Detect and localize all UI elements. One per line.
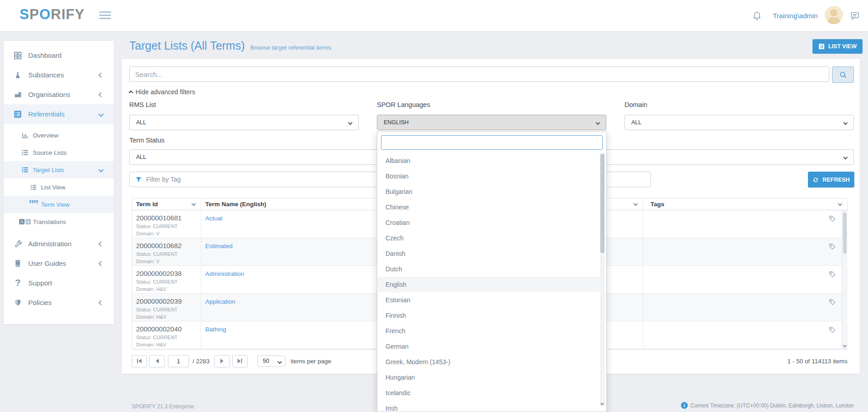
term-status: Status: CURRENT: [136, 279, 197, 285]
language-dropdown-panel: Albanian Bosnian Bulgarian Chinese Croat…: [377, 132, 607, 412]
column-label: Term Id: [136, 201, 158, 208]
feedback-chat-icon[interactable]: [850, 11, 860, 20]
first-page-button[interactable]: [132, 355, 147, 367]
spor-languages-select[interactable]: ENGLISH: [377, 115, 606, 130]
sidebar-item-target-lists[interactable]: Target Lists: [4, 161, 114, 178]
pagination: / 2283 50 items per page: [132, 355, 331, 367]
table-scrollbar-thumb[interactable]: [843, 213, 847, 254]
search-button[interactable]: [832, 66, 854, 83]
list-icon: [21, 149, 29, 156]
sidebar-item-administration[interactable]: Administration: [4, 234, 114, 254]
previous-page-button[interactable]: [149, 355, 165, 367]
next-page-button[interactable]: [214, 355, 230, 367]
column-header-term-id[interactable]: Term Id: [132, 198, 201, 210]
language-options-list: Albanian Bosnian Bulgarian Chinese Croat…: [378, 153, 600, 412]
language-option[interactable]: Estonian: [378, 292, 600, 308]
sidebar-item-user-guides[interactable]: User Guides: [4, 254, 114, 273]
language-option[interactable]: Czech: [378, 230, 600, 246]
menu-toggle-icon[interactable]: [99, 11, 111, 20]
language-option[interactable]: Irish: [378, 401, 600, 412]
refresh-button[interactable]: REFRESH: [808, 172, 854, 188]
term-domain: Domain: H&V: [136, 342, 197, 347]
sidebar-item-term-view[interactable]: ”” Term View: [4, 196, 114, 213]
scroll-down-icon[interactable]: [843, 344, 847, 347]
language-option[interactable]: Bulgarian: [378, 184, 600, 199]
items-per-page-select[interactable]: 50: [257, 356, 285, 367]
language-option[interactable]: German: [378, 339, 600, 354]
language-option[interactable]: Bosnian: [378, 168, 600, 184]
sidebar-item-referentials[interactable]: Referentials: [4, 104, 114, 124]
search-input[interactable]: [129, 66, 829, 82]
tag-icon[interactable]: [828, 215, 836, 223]
logo-part: S: [20, 6, 30, 22]
column-label: Term Name (English): [205, 201, 266, 208]
term-link[interactable]: Bathing: [205, 326, 226, 333]
sidebar-item-source-lists[interactable]: Source Lists: [4, 144, 114, 161]
hide-advanced-filters-link[interactable]: Hide advanced filters: [129, 88, 195, 96]
sidebar-item-list-view[interactable]: List View: [4, 178, 114, 196]
list-icon: [21, 166, 29, 173]
language-option[interactable]: French: [378, 323, 600, 339]
language-option[interactable]: Hungarian: [378, 370, 600, 385]
language-option-selected[interactable]: English: [378, 277, 600, 292]
refresh-label: REFRESH: [822, 177, 850, 183]
term-link[interactable]: Estimated: [205, 243, 233, 249]
chevron-left-icon: [98, 241, 103, 246]
term-id: 200000002039: [136, 297, 197, 305]
column-header-tags[interactable]: Tags: [643, 198, 847, 210]
term-link[interactable]: Administration: [205, 270, 244, 277]
shield-icon: [13, 298, 23, 307]
term-link[interactable]: Actual: [205, 215, 223, 222]
sidebar-item-policies[interactable]: Policies: [4, 293, 114, 312]
term-link[interactable]: Application: [205, 298, 235, 305]
language-search-input[interactable]: [381, 135, 603, 150]
tag-icon[interactable]: [828, 326, 836, 334]
language-option[interactable]: Croatian: [378, 215, 600, 230]
cell-term-id: 200000010682 Status: CURRENT Domain: V: [132, 238, 201, 266]
avatar[interactable]: [825, 6, 843, 24]
language-option[interactable]: Danish: [378, 246, 600, 261]
tag-icon[interactable]: [828, 298, 836, 306]
sidebar-item-organisations[interactable]: Organisations: [4, 85, 114, 104]
page-number-input[interactable]: [168, 355, 189, 367]
scroll-down-icon[interactable]: [600, 402, 604, 405]
logo-part: P: [30, 6, 40, 22]
language-option[interactable]: Albanian: [378, 153, 600, 168]
question-icon: ?: [13, 279, 23, 288]
rms-list-select[interactable]: ALL: [129, 115, 359, 130]
language-option[interactable]: Finnish: [378, 308, 600, 323]
sidebar-item-support[interactable]: ? Support: [4, 273, 114, 293]
sidebar-item-dashboard[interactable]: Dashboard: [4, 46, 114, 65]
items-per-page-label: items per page: [291, 358, 331, 365]
sidebar-item-substances[interactable]: Substances: [4, 65, 114, 85]
language-option[interactable]: Dutch: [378, 261, 600, 277]
dropdown-scrollbar-thumb[interactable]: [600, 154, 604, 253]
list-view-label: LIST VIEW: [828, 43, 857, 50]
term-status: Status: CURRENT: [136, 335, 197, 340]
current-user[interactable]: Training\admin: [773, 0, 818, 31]
chevron-down-icon: [634, 202, 638, 206]
sidebar-item-label: Support: [28, 279, 52, 287]
chevron-down-icon: [843, 155, 848, 160]
sidebar-item-label: Referentials: [28, 110, 65, 118]
table-scrollbar[interactable]: [842, 210, 848, 349]
language-option[interactable]: Chinese: [378, 199, 600, 215]
timezone-text: Current Timezone: (UTC+00:00) Dublin, Ed…: [690, 402, 854, 409]
list-view-button[interactable]: LIST VIEW: [812, 39, 863, 54]
referentials-submenu: Overview Source Lists Target Lists List …: [4, 124, 114, 230]
chevron-left-icon: [98, 92, 103, 97]
items-range-label: 1 - 50 of 114113 items: [787, 358, 848, 365]
domain-select[interactable]: ALL: [624, 115, 854, 130]
tag-icon[interactable]: [828, 270, 836, 278]
language-option[interactable]: Icelandic: [378, 385, 600, 401]
sidebar-item-overview[interactable]: Overview: [4, 127, 114, 144]
last-page-button[interactable]: [232, 355, 248, 367]
dropdown-scrollbar[interactable]: [600, 153, 605, 406]
app-logo: SPORIFY: [20, 6, 85, 23]
notifications-bell-icon[interactable]: [752, 10, 762, 20]
refresh-icon: [812, 177, 819, 183]
rms-list-label: RMS List: [129, 101, 156, 108]
sidebar-item-translations[interactable]: Aa Translations: [4, 213, 114, 230]
tag-icon[interactable]: [828, 243, 836, 250]
cell-term-id: 200000002038 Status: CURRENT Domain: H&V: [132, 266, 201, 294]
